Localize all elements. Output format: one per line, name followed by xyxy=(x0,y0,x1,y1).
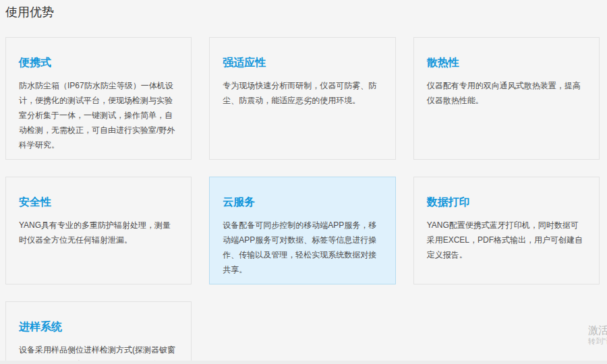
advantage-card-body: 专为现场快速分析而研制，仪器可防雾、防尘、防震动，能适应恶劣的使用环境。 xyxy=(223,78,382,108)
advantage-card[interactable]: 散热性 仪器配有专用的双向通风式散热装置，提高仪器散热性能。 xyxy=(413,37,600,160)
advantage-card-body: YANG配置便携式蓝牙打印机，同时数据可采用EXCEL，PDF格式输出，用户可创… xyxy=(427,218,586,262)
footer-divider xyxy=(0,361,607,364)
advantage-card-title: 数据打印 xyxy=(427,196,586,208)
advantages-grid: 便携式 防水防尘箱（IP67防水防尘等级）一体机设计，便携化的测试平台，便现场检… xyxy=(5,37,600,364)
advantage-card-title: 强适应性 xyxy=(223,57,382,68)
advantage-card-title: 进样系统 xyxy=(19,321,178,332)
advantage-card-body: YANG具有专业的多重防护辐射处理，测量时仪器全方位无任何辐射泄漏。 xyxy=(19,218,178,247)
advantage-card-title: 散热性 xyxy=(427,57,586,68)
advantage-card[interactable]: 便携式 防水防尘箱（IP67防水防尘等级）一体机设计，便携化的测试平台，便现场检… xyxy=(5,37,192,160)
advantage-card[interactable]: 进样系统 设备采用样品侧位进样检测方式(探测器铍窗平面垂直于重力方向)，降低探测… xyxy=(5,301,192,364)
advantage-card[interactable]: 强适应性 专为现场快速分析而研制，仪器可防雾、防尘、防震动，能适应恶劣的使用环境… xyxy=(209,37,395,160)
advantage-card[interactable]: 数据打印 YANG配置便携式蓝牙打印机，同时数据可采用EXCEL，PDF格式输出… xyxy=(413,177,600,284)
advantage-card-title: 云服务 xyxy=(223,196,382,208)
section-title: 使用优势 xyxy=(5,4,600,20)
usage-advantages-section: 使用优势 便携式 防水防尘箱（IP67防水防尘等级）一体机设计，便携化的测试平台… xyxy=(0,0,607,364)
advantage-card-body: 设备配备可同步控制的移动端APP服务，移动端APP服务可对数据、标签等信息进行操… xyxy=(223,218,382,277)
advantage-card-title: 安全性 xyxy=(19,196,178,208)
advantage-card-body: 仪器配有专用的双向通风式散热装置，提高仪器散热性能。 xyxy=(427,78,586,108)
advantage-card[interactable]: 云服务 设备配备可同步控制的移动端APP服务，移动端APP服务可对数据、标签等信… xyxy=(209,177,395,284)
advantage-card-title: 便携式 xyxy=(19,57,178,68)
advantage-card[interactable]: 安全性 YANG具有专业的多重防护辐射处理，测量时仪器全方位无任何辐射泄漏。 xyxy=(5,177,192,284)
advantage-card-body: 防水防尘箱（IP67防水防尘等级）一体机设计，便携化的测试平台，便现场检测与实验… xyxy=(19,78,178,152)
